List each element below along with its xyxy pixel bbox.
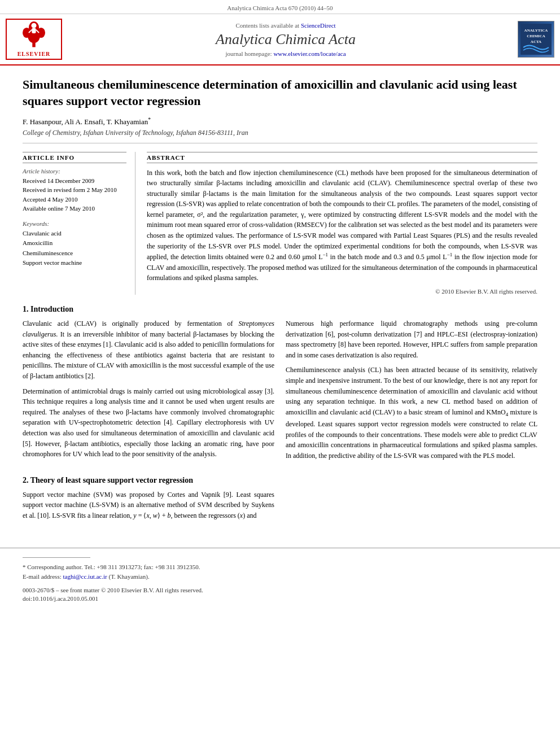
- journal-header-top: Analytica Chimica Acta 670 (2010) 44–50: [0, 0, 560, 14]
- svg-text:ANALYTICA: ANALYTICA: [524, 28, 548, 33]
- aca-logo: ANALYTICA CHIMICA ACTA: [509, 21, 554, 58]
- history-label: Article history:: [23, 168, 126, 174]
- section-1-heading: 1. Introduction: [23, 305, 537, 314]
- intro-para-1: Clavulanic acid (CLAV) is originally pro…: [23, 318, 274, 382]
- article-title: Simultaneous chemiluminescence determina…: [23, 77, 537, 109]
- svg-text:CHIMICA: CHIMICA: [527, 34, 545, 38]
- elsevier-tree-icon: [17, 21, 51, 50]
- journal-reference: Analytica Chimica Acta 670 (2010) 44–50: [227, 5, 333, 11]
- main-content: Simultaneous chemiluminescence determina…: [0, 65, 560, 536]
- section-introduction: 1. Introduction Clavulanic acid (CLAV) i…: [23, 305, 537, 465]
- email-person: (T. Khayamian).: [108, 573, 149, 580]
- abstract-col: ABSTRACT In this work, both the batch an…: [147, 152, 537, 295]
- section-2-left: Support vector machine (SVM) was propose…: [23, 490, 274, 526]
- theory-para-1: Support vector machine (SVM) was propose…: [23, 490, 274, 521]
- sciencedirect-line: Contents lists available at ScienceDirec…: [62, 22, 509, 29]
- abstract-label: ABSTRACT: [147, 152, 537, 163]
- journal-homepage: journal homepage: www.elsevier.com/locat…: [62, 50, 509, 57]
- authors: F. Hasanpour, Ali A. Ensafi, T. Khayamia…: [23, 116, 537, 126]
- page-container: Analytica Chimica Acta 670 (2010) 44–50: [0, 0, 560, 610]
- keyword-2: Amoxicillin: [23, 238, 126, 248]
- author-names: F. Hasanpour, Ali A. Ensafi, T. Khayamia…: [23, 117, 151, 126]
- revised-date: Received in revised form 2 May 2010: [23, 185, 126, 195]
- accepted-date: Accepted 4 May 2010: [23, 195, 126, 204]
- keyword-3: Chemiluminescence: [23, 248, 126, 259]
- email-label: E-mail address:: [23, 573, 62, 580]
- keywords-section: Keywords: Clavulanic acid Amoxicillin Ch…: [23, 220, 126, 268]
- intro-para-2: Determination of antimicrobial drugs is …: [23, 386, 274, 460]
- homepage-url[interactable]: www.elsevier.com/locate/aca: [273, 50, 345, 57]
- intro-para-4: Chemiluminescence analysis (CL) has been…: [286, 365, 537, 461]
- journal-banner: ELSEVIER Contents lists available at Sci…: [0, 14, 560, 65]
- keywords-label: Keywords:: [23, 220, 126, 227]
- available-date: Available online 7 May 2010: [23, 204, 126, 213]
- corresponding-author-note: * Corresponding author. Tel.: +98 311 39…: [23, 562, 537, 572]
- copyright-notice: 0003-2670/$ – see front matter © 2010 El…: [23, 586, 537, 595]
- aca-logo-graphic: ANALYTICA CHIMICA ACTA: [520, 24, 552, 55]
- article-info-abstract: ARTICLE INFO Article history: Received 1…: [23, 152, 537, 295]
- article-info-label: ARTICLE INFO: [23, 152, 126, 163]
- journal-title-banner: Analytica Chimica Acta: [62, 31, 509, 48]
- email-note: E-mail address: taghi@cc.iut.ac.ir (T. K…: [23, 572, 537, 582]
- svg-rect-6: [32, 28, 36, 33]
- footnote-separator: [23, 557, 90, 558]
- keyword-4: Support vector machine: [23, 258, 126, 268]
- affiliation: College of Chemistry, Isfahan University…: [23, 129, 537, 143]
- section-theory: 2. Theory of least square support vector…: [23, 476, 537, 526]
- keyword-1: Clavulanic acid: [23, 229, 126, 239]
- intro-para-3: Numerous high performance liquid chromat…: [286, 318, 537, 360]
- doi: doi:10.1016/j.aca.2010.05.001: [23, 595, 537, 602]
- elsevier-logo: ELSEVIER: [6, 19, 62, 60]
- section-2-right: [286, 490, 537, 526]
- section-1-right: Numerous high performance liquid chromat…: [286, 318, 537, 465]
- copyright-line: © 2010 Elsevier B.V. All rights reserved…: [147, 288, 537, 295]
- elsevier-text: ELSEVIER: [18, 51, 51, 57]
- section-1-left: Clavulanic acid (CLAV) is originally pro…: [23, 318, 274, 465]
- sciencedirect-link[interactable]: ScienceDirect: [301, 22, 336, 29]
- received-date: Received 14 December 2009: [23, 176, 126, 186]
- svg-point-5: [31, 23, 36, 28]
- article-history: Article history: Received 14 December 20…: [23, 168, 126, 213]
- banner-center: Contents lists available at ScienceDirec…: [62, 22, 509, 57]
- abstract-text: In this work, both the batch and flow in…: [147, 168, 537, 284]
- section-2-columns: Support vector machine (SVM) was propose…: [23, 490, 537, 526]
- svg-text:ACTA: ACTA: [531, 40, 541, 44]
- article-info-col: ARTICLE INFO Article history: Received 1…: [23, 152, 135, 295]
- page-footer: * Corresponding author. Tel.: +98 311 39…: [0, 548, 560, 610]
- email-link[interactable]: taghi@cc.iut.ac.ir: [63, 573, 107, 580]
- section-2-heading: 2. Theory of least square support vector…: [23, 476, 537, 485]
- section-1-columns: Clavulanic acid (CLAV) is originally pro…: [23, 318, 537, 465]
